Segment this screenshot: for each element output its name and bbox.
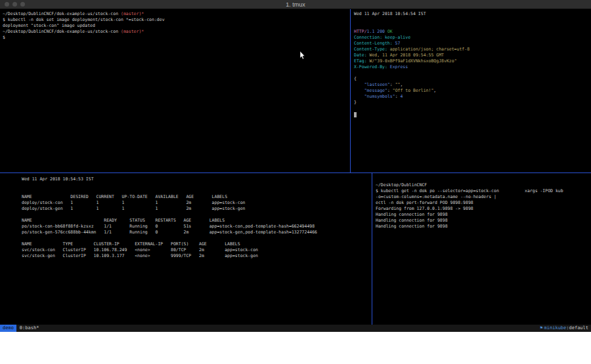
terminal-line [354,111,591,117]
terminal-line: Handling connection for 9898 [376,224,591,230]
top-pane-row: ~/Desktop/DublinCNCF/dok-example-us/stoc… [0,9,591,172]
terminal-line [354,70,591,76]
terminal-line: $ kubectl -n dok set image deployment/st… [3,17,349,23]
terminal-line: deploy/stock-gen 1 1 1 1 2m app=stock-ge… [22,206,372,212]
tmux-panes: ~/Desktop/DublinCNCF/dok-example-us/stoc… [0,9,591,325]
pane-top-right-http[interactable]: Wed 11 Apr 2018 10:54:54 IST HTTP/1.1 20… [351,9,591,172]
terminal-line: Date: Wed, 11 Apr 2018 09:54:55 GMT [354,52,591,58]
terminal-line: Wed 11 Apr 2018 10:54:53 IST [22,176,372,182]
pane-bottom-left-kubectl-get[interactable]: Wed 11 Apr 2018 10:54:53 IST NAME DESIRE… [0,173,372,325]
terminal-line: "message": "Off to Berlin!", [354,88,591,94]
terminal-line: Connection: keep-alive [354,35,591,41]
terminal-line: po/stock-gen-576cc688bb-44kmn 1/1 Runnin… [22,230,372,235]
terminal-line: Content-Type: application/json; charset=… [354,47,591,52]
session-name-chip[interactable]: demo [0,325,16,332]
window-title: 1. tmux [286,1,305,8]
kube-namespace-label: :default [566,325,588,332]
text-cursor [354,112,357,117]
terminal-line: Wed 11 Apr 2018 10:54:54 IST [354,11,591,17]
terminal-line [22,182,372,188]
terminal-line: -o=custom-columns=:metadata.name --no-he… [376,194,591,200]
screenshot-root: 1. tmux ~/Desktop/DublinCNCF/dok-example… [0,0,591,364]
kube-context-label: minikube [544,325,567,332]
flag-icon: ⚑ [540,325,542,332]
terminal-line: deployment "stock-con" image updated [3,23,349,29]
minimize-button[interactable] [12,2,17,7]
pane-bottom-right-port-forward[interactable]: ~/Desktop/DublinCNCF$ kubectl get -n dok… [372,173,591,325]
terminal-window: 1. tmux ~/Desktop/DublinCNCF/dok-example… [0,0,591,332]
terminal-line: NAME READY STATUS RESTARTS AGE LABELS [22,218,372,224]
terminal-line [354,106,591,111]
terminal-line: NAME DESIRED CURRENT UP-TO-DATE AVAILABL… [22,194,372,200]
terminal-line: ectl -n dok port-forward POD 9898:9898 [376,200,591,206]
traffic-lights [5,0,25,9]
mouse-cursor [299,51,305,60]
bottom-pane-row: Wed 11 Apr 2018 10:54:53 IST NAME DESIRE… [0,173,591,325]
terminal-line: X-Powered-By: Express [354,64,591,70]
terminal-line: ~/Desktop/DublinCNCF [376,182,591,188]
window-titlebar[interactable]: 1. tmux [0,0,591,9]
page-background [0,332,591,364]
terminal-line: po/stock-con-bb68f88fd-kzsxz 1/1 Running… [22,224,372,230]
terminal-line: svc/stock-con ClusterIP 10.106.78.249 <n… [22,247,372,253]
terminal-line: deploy/stock-con 1 1 1 1 2m app=stock-co… [22,200,372,206]
terminal-line: { [354,76,591,82]
terminal-line: NAME TYPE CLUSTER-IP EXTERNAL-IP PORT(S)… [22,241,372,247]
window-label[interactable]: 0:bash* [20,325,39,332]
terminal-line [354,17,591,23]
terminal-line: HTTP/1.1 200 OK [354,29,591,35]
zoom-button[interactable] [20,2,25,7]
terminal-line: svc/stock-gen ClusterIP 10.109.3.177 <no… [22,253,372,259]
terminal-line: Handling connection for 9898 [376,212,591,218]
terminal-line: $ [3,35,349,41]
terminal-line: "lastseen": "", [354,82,591,88]
terminal-line: Handling connection for 9898 [376,218,591,224]
terminal-line [22,188,372,194]
terminal-line [354,23,591,29]
terminal-line: $ kubectl get -n dok po --selector=app=s… [376,188,591,194]
terminal-line: "numsymbols": 4 [354,94,591,100]
terminal-line [376,176,591,182]
close-button[interactable] [5,2,9,7]
terminal-line: Content-Length: 57 [354,41,591,47]
terminal-line: ~/Desktop/DublinCNCF/dok-example-us/stoc… [3,11,349,17]
terminal-line: ETag: W/"39-0xBPf9aF1dXVNkhsxoBQgJ8vKzo" [354,58,591,64]
tmux-status-bar: demo 0:bash* ⚑ minikube :default [0,325,591,332]
terminal-line: } [354,100,591,106]
pane-top-left-shell[interactable]: ~/Desktop/DublinCNCF/dok-example-us/stoc… [0,9,350,172]
terminal-line [22,235,372,241]
terminal-line [22,212,372,218]
terminal-line: ~/Desktop/DublinCNCF/dok-example-us/stoc… [3,29,349,35]
terminal-line: Forwarding from 127.0.0.1:9898 -> 9898 [376,206,591,212]
